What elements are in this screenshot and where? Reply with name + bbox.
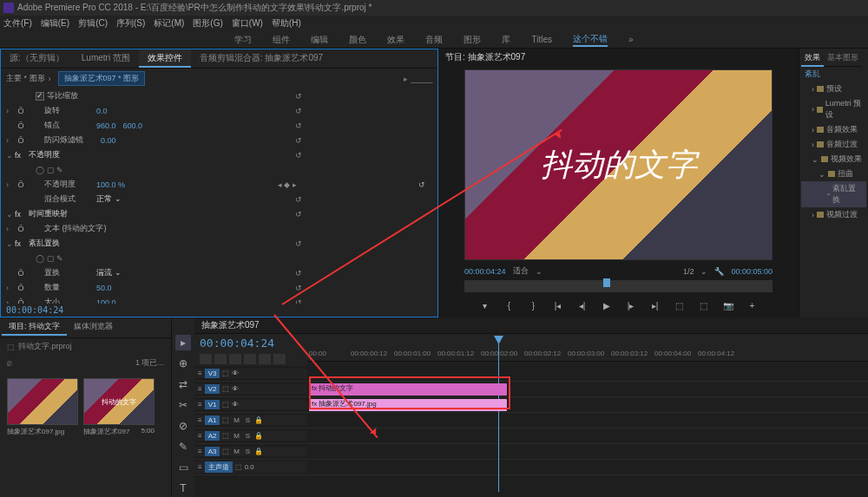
fx-property-row[interactable]: ›Ö防闪烁滤镜0.00↺ (1, 133, 437, 147)
tab-effects[interactable]: 效果 (801, 50, 824, 67)
fx-property-row[interactable]: Ö置换湍流 ⌄↺ (1, 265, 437, 280)
menu-graphics[interactable]: 图形(G) (193, 17, 222, 29)
fx-property-row[interactable]: 等比缩放↺ (1, 88, 437, 103)
ws-edit[interactable]: 编辑 (311, 34, 328, 46)
folder-distort[interactable]: ⌄扭曲 (801, 167, 866, 181)
program-tab[interactable]: 节目: 抽象派艺术097 (438, 49, 799, 66)
track-select-tool-icon[interactable]: ⊕ (175, 356, 191, 371)
razor-tool-icon[interactable]: ✂ (175, 397, 191, 413)
fx-property-row[interactable]: ›Ö大小100.0↺ (1, 295, 437, 304)
scale-dropdown[interactable]: 1/2 (683, 267, 694, 276)
fit-dropdown[interactable]: 适合 (513, 265, 529, 277)
project-item[interactable]: 抖动的文字 抽象派艺术0975:00 (83, 378, 155, 436)
tab-media-browser[interactable]: 媒体浏览器 (67, 319, 120, 336)
fx-property-row[interactable]: ◯ ▢ ✎ (1, 251, 437, 265)
menu-sequence[interactable]: 序列(S) (116, 17, 145, 29)
timeline-track[interactable]: ≡A3⬚MS🔒 (194, 444, 868, 460)
go-out-icon[interactable]: ▸| (647, 298, 664, 313)
tab-project[interactable]: 项目: 抖动文字 (2, 319, 67, 336)
fx-property-row[interactable]: 混合模式正常 ⌄↺ (1, 192, 437, 206)
ws-learn[interactable]: 学习 (234, 34, 252, 46)
go-in-icon[interactable]: |◂ (549, 298, 567, 313)
timeline-track[interactable]: ≡主声道⬚0.0 (194, 460, 868, 475)
program-scrubber[interactable] (464, 280, 773, 292)
ripple-tool-icon[interactable]: ⇄ (175, 376, 191, 392)
lift-icon[interactable]: ⬚ (671, 298, 688, 313)
ws-lib[interactable]: 库 (502, 34, 510, 46)
mark-in-icon[interactable]: { (501, 298, 518, 313)
export-frame-icon[interactable]: 📷 (720, 298, 737, 313)
hand-tool-icon[interactable]: ▭ (175, 460, 191, 475)
add-marker-icon[interactable]: ▾ (477, 298, 494, 313)
fx-property-row[interactable]: ›Ö文本 (抖动的文字) (1, 221, 437, 236)
step-fwd-icon[interactable]: |▸ (622, 298, 640, 313)
ws-more-icon[interactable]: » (628, 35, 634, 44)
ws-custom[interactable]: 这个不错 (573, 33, 608, 47)
tab-audio-mixer[interactable]: 音频剪辑混合器: 抽象派艺术097 (191, 49, 332, 68)
project-item[interactable]: 抽象派艺术097.jpg (7, 378, 78, 436)
tl-opt-icon[interactable] (259, 354, 271, 364)
menu-help[interactable]: 帮助(H) (272, 17, 301, 29)
ws-effects[interactable]: 效果 (387, 34, 404, 46)
mark-out-icon[interactable]: } (525, 298, 542, 313)
tab-effect-controls[interactable]: 效果控件 (139, 49, 191, 68)
timeline-timecode[interactable]: 00:00:04:24 (194, 334, 307, 352)
step-back-icon[interactable]: ◂| (574, 298, 591, 313)
fx-property-row[interactable]: ⌄fx不透明度↺ (1, 147, 437, 162)
menu-clip[interactable]: 剪辑(C) (78, 17, 108, 29)
fx-property-row[interactable]: ◯ ▢ ✎ (1, 162, 437, 177)
tl-opt-icon[interactable] (273, 354, 286, 364)
timeline-ruler[interactable]: 00:00 00:00:00:12 00:00:01:00 00:00:01:1… (307, 334, 868, 362)
folder-video-fx[interactable]: ⌄视频效果 (801, 152, 866, 167)
timeline-track[interactable]: ≡A2⬚MS🔒 (194, 428, 868, 444)
fx-property-row[interactable]: ›Ö数量50.0↺ (1, 280, 437, 295)
pen-tool-icon[interactable]: ✎ (175, 439, 191, 454)
tl-opt-icon[interactable] (244, 354, 256, 364)
fx-property-row[interactable]: Ö锚点960.0600.0↺ (1, 118, 437, 133)
menu-window[interactable]: 窗口(W) (232, 17, 263, 29)
ws-audio[interactable]: 音频 (425, 34, 443, 46)
fx-property-row[interactable]: ›Ö旋转0.0↺ (1, 103, 437, 118)
ws-assembly[interactable]: 组件 (273, 34, 290, 46)
menu-file[interactable]: 文件(F) (3, 17, 32, 29)
program-playhead[interactable] (603, 278, 610, 287)
folder-audio-tr[interactable]: ›音频过渡 (801, 137, 866, 152)
menu-edit[interactable]: 编辑(E) (41, 17, 69, 29)
settings-icon[interactable]: + (744, 298, 761, 313)
play-icon[interactable]: ▶ (598, 298, 615, 313)
program-monitor[interactable]: 抖动的文字 (464, 69, 773, 260)
ws-color[interactable]: 颜色 (349, 34, 366, 46)
timeline-track[interactable]: ≡A1⬚MS🔒 (194, 413, 868, 428)
folder-audio-fx[interactable]: ›音频效果 (801, 122, 866, 137)
effects-search[interactable]: 紊乱 (801, 67, 866, 82)
ws-graphics[interactable]: 图形 (464, 34, 481, 46)
menu-marker[interactable]: 标记(M) (154, 17, 184, 29)
folder-presets[interactable]: ›预设 (801, 82, 866, 96)
folder-lumetri[interactable]: ›Lumetri 预设 (801, 96, 866, 122)
selection-tool-icon[interactable]: ▸ (175, 335, 191, 350)
tl-opt-icon[interactable] (229, 354, 241, 364)
tab-source[interactable]: 源:（无剪辑） (1, 49, 73, 68)
sequence-tab[interactable]: 抽象派艺术097 (194, 317, 868, 334)
effect-turbulent[interactable]: ▫紊乱置换 (801, 181, 866, 207)
wrench-icon[interactable]: 🔧 (714, 267, 724, 276)
fx-property-row[interactable]: ⌄fx时间重映射↺ (1, 206, 437, 221)
slip-tool-icon[interactable]: ⊘ (175, 418, 191, 434)
clip-ref-link[interactable]: 抽象派艺术097 * 图形 (58, 71, 146, 86)
bin-icon[interactable]: ⬚ (7, 343, 15, 351)
fx-timecode[interactable]: 00:00:04:24 (1, 304, 437, 317)
tab-lumetri[interactable]: Lumetri 范围 (73, 49, 139, 68)
timeline-track[interactable]: ≡V3⬚👁 (194, 366, 868, 382)
program-timecode-left[interactable]: 00:00:04:24 (464, 267, 506, 276)
folder-video-tr[interactable]: ›视频过渡 (801, 207, 866, 222)
extract-icon[interactable]: ⬚ (695, 298, 713, 313)
ws-titles[interactable]: Titles (531, 35, 552, 44)
fx-property-row[interactable]: ›Ö不透明度100.0 %◂ ◆ ▸↺ (1, 177, 437, 192)
tl-opt-icon[interactable] (200, 354, 212, 364)
type-tool-icon[interactable]: T (175, 481, 191, 496)
timeline-track[interactable]: ≡V2⬚👁fx 抖动的文字 (194, 382, 868, 397)
tl-opt-icon[interactable] (214, 354, 227, 364)
filter-icon[interactable]: ⎚ (7, 359, 11, 368)
tab-essential-graphics[interactable]: 基本图形 (824, 50, 862, 67)
timeline-track[interactable]: ≡V1⬚👁fx 抽象派艺术097.jpg (194, 397, 868, 413)
